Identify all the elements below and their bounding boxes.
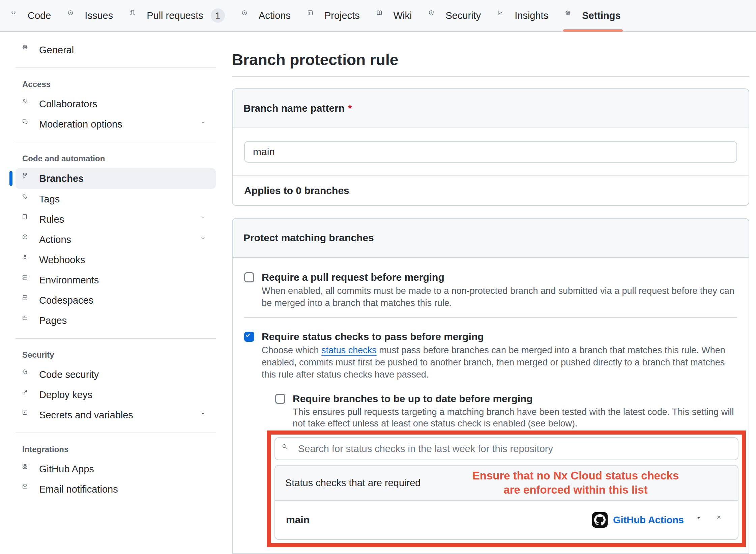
sidebar-item-deploy-keys[interactable]: Deploy keys <box>16 385 216 405</box>
sidebar-item-webhooks[interactable]: Webhooks <box>16 250 216 270</box>
rule-require-status-checks: Require status checks to pass before mer… <box>244 317 737 547</box>
sidebar-section-integrations: Integrations <box>16 441 216 459</box>
branch-name-pattern-input[interactable] <box>244 141 737 163</box>
status-check-source-dropdown[interactable] <box>696 515 705 525</box>
asterisk-box-icon <box>22 410 33 420</box>
status-check-search-input[interactable] <box>298 443 731 454</box>
sidebar-item-tags[interactable]: Tags <box>16 189 216 209</box>
code-icon <box>11 10 22 21</box>
tag-icon <box>22 194 33 204</box>
active-item-indicator <box>9 171 12 186</box>
rule-label: Require branches to be up to date before… <box>293 393 737 405</box>
status-checks-link[interactable]: status checks <box>321 345 377 355</box>
description-text: Choose which <box>262 345 321 355</box>
tab-label: Pull requests <box>147 10 203 21</box>
sidebar-item-label: Rules <box>39 214 194 225</box>
repo-tab-bar: Code Issues Pull requests 1 Actions Proj… <box>0 0 756 32</box>
branch-name-pattern-header: Branch name pattern* <box>233 89 749 128</box>
sidebar-item-code-security[interactable]: Code security <box>16 364 216 385</box>
sidebar-item-pages[interactable]: Pages <box>16 310 216 331</box>
required-status-checks-header: Status checks that are required Ensure t… <box>275 466 738 501</box>
sidebar-item-rules[interactable]: Rules <box>16 209 216 229</box>
require-pull-request-checkbox[interactable] <box>244 272 254 282</box>
sidebar-item-label: Code security <box>39 369 209 380</box>
sidebar-section-access: Access <box>16 76 216 94</box>
tab-insights[interactable]: Insights <box>492 0 554 31</box>
branch-name-pattern-card: Branch name pattern* Applies to 0 branch… <box>232 88 749 206</box>
tab-security[interactable]: Security <box>423 0 487 31</box>
sidebar-item-label: Codespaces <box>39 295 209 306</box>
annotation-text: Ensure that no Nx Cloud status checks ar… <box>464 469 687 497</box>
pull-requests-count-badge: 1 <box>211 8 225 23</box>
play-icon <box>242 10 253 21</box>
play-icon <box>22 234 33 245</box>
sidebar-item-label: Tags <box>39 194 209 205</box>
codespaces-icon <box>22 295 33 306</box>
tab-settings[interactable]: Settings <box>559 0 627 31</box>
chevron-down-icon <box>200 215 209 224</box>
tab-pull-requests[interactable]: Pull requests 1 <box>124 0 231 31</box>
status-check-search <box>274 437 738 460</box>
issue-opened-icon <box>68 10 79 21</box>
tab-label: Projects <box>324 10 360 21</box>
search-icon <box>282 444 292 454</box>
github-actions-avatar <box>592 512 608 528</box>
project-table-icon <box>308 10 318 21</box>
applies-to-branches-text: Applies to 0 branches <box>233 175 749 205</box>
rule-description: Choose which status checks must pass bef… <box>262 344 737 381</box>
sidebar-item-collaborators[interactable]: Collaborators <box>16 94 216 114</box>
active-tab-underline <box>563 29 622 32</box>
annotation-line-2: are enforced within this list <box>464 483 687 497</box>
rule-description: This ensures pull requests targeting a m… <box>293 406 737 429</box>
sidebar-item-secrets-variables[interactable]: Secrets and variables <box>16 405 216 425</box>
book-icon <box>377 10 387 21</box>
gear-icon <box>565 10 576 21</box>
tab-issues[interactable]: Issues <box>62 0 119 31</box>
rule-icon <box>22 214 33 225</box>
sidebar-item-label: Collaborators <box>39 99 209 110</box>
sidebar-item-label: Deploy keys <box>39 389 209 400</box>
shield-icon <box>429 10 439 21</box>
sidebar-item-label: Secrets and variables <box>39 410 194 421</box>
tab-label: Actions <box>259 10 291 21</box>
graph-icon <box>498 10 508 21</box>
close-icon <box>716 515 727 525</box>
settings-sidebar: General Access Collaborators Moderation … <box>0 32 221 499</box>
tab-projects[interactable]: Projects <box>301 0 366 31</box>
remove-status-check-button[interactable] <box>716 515 727 525</box>
sidebar-item-actions[interactable]: Actions <box>16 229 216 250</box>
sidebar-item-branches[interactable]: Branches <box>16 168 216 189</box>
tab-label: Settings <box>582 10 620 21</box>
sidebar-item-moderation-options[interactable]: Moderation options <box>16 114 216 134</box>
protect-matching-branches-card: Protect matching branches Require a pull… <box>232 218 749 554</box>
rule-label: Require status checks to pass before mer… <box>262 331 737 343</box>
rule-label: Require a pull request before merging <box>262 271 737 283</box>
sidebar-item-environments[interactable]: Environments <box>16 270 216 290</box>
rule-require-up-to-date: Require branches to be up to date before… <box>275 393 737 429</box>
octocat-icon <box>594 514 606 526</box>
sidebar-divider <box>16 338 216 339</box>
required-status-checks-list: Status checks that are required Ensure t… <box>274 465 738 540</box>
tab-code[interactable]: Code <box>5 0 57 31</box>
gear-icon <box>22 45 33 55</box>
tab-actions[interactable]: Actions <box>236 0 297 31</box>
mail-icon <box>22 484 33 495</box>
sidebar-item-github-apps[interactable]: GitHub Apps <box>16 459 216 479</box>
status-check-name: main <box>286 514 592 526</box>
sidebar-item-general[interactable]: General <box>16 40 216 60</box>
tab-label: Issues <box>85 10 113 21</box>
code-scan-icon <box>22 369 33 380</box>
chevron-down-icon <box>200 411 209 419</box>
sidebar-item-email-notifications[interactable]: Email notifications <box>16 479 216 499</box>
sidebar-item-label: General <box>39 45 209 56</box>
chevron-down-icon <box>200 120 209 129</box>
sidebar-item-codespaces[interactable]: Codespaces <box>16 290 216 310</box>
github-actions-app-link[interactable]: GitHub Actions <box>613 515 684 526</box>
tab-wiki[interactable]: Wiki <box>371 0 418 31</box>
key-icon <box>22 389 33 400</box>
require-up-to-date-checkbox[interactable] <box>275 394 285 404</box>
required-status-checks-title: Status checks that are required <box>285 477 420 489</box>
sidebar-item-label: Pages <box>39 315 209 326</box>
require-status-checks-checkbox[interactable] <box>244 332 254 342</box>
settings-content: Branch protection rule Branch name patte… <box>221 32 756 554</box>
